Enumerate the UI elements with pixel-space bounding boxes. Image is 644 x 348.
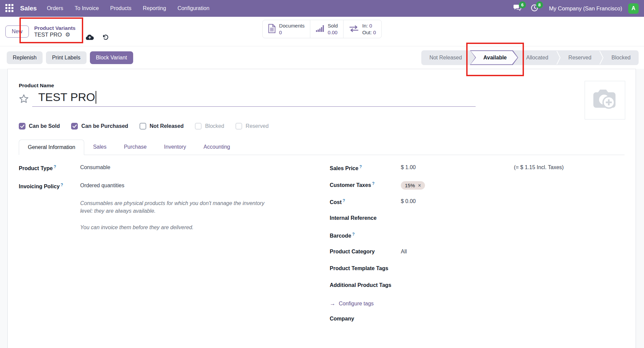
invoicing-policy-value[interactable]: Ordered quantities — [80, 183, 124, 189]
sales-price-value[interactable]: $ 1.00 — [401, 164, 514, 170]
menu-orders[interactable]: Orders — [47, 5, 63, 11]
top-navbar: Sales Orders To Invoice Products Reporti… — [0, 0, 644, 17]
activities-menu[interactable]: 8 — [527, 2, 542, 15]
tab-purchase[interactable]: Purchase — [115, 140, 155, 155]
gear-icon[interactable]: ⚙ — [65, 32, 70, 38]
main-menu: Orders To Invoice Products Reporting Con… — [47, 5, 210, 11]
in-label: In: — [362, 23, 368, 29]
sold-value: 0.00 — [328, 29, 338, 36]
status-not-released[interactable]: Not Released — [421, 50, 470, 65]
moves-smart-button[interactable]: In: 0 Out: 0 — [343, 20, 381, 38]
documents-smart-button[interactable]: Documents 0 — [263, 20, 310, 38]
menu-configuration[interactable]: Configuration — [177, 5, 209, 11]
help-tooltip-icon[interactable]: ? — [343, 198, 345, 203]
new-button[interactable]: New — [5, 26, 29, 38]
consumable-help-text: Consumables are physical products for wh… — [80, 199, 269, 215]
content-area: Product Name TEST PRO Can be Sold — [0, 69, 644, 348]
checkbox-can-be-sold[interactable]: Can be Sold — [19, 123, 60, 130]
help-tooltip-icon[interactable]: ? — [372, 181, 374, 186]
camera-plus-icon — [591, 88, 620, 113]
product-type-value[interactable]: Consumable — [80, 164, 110, 170]
product-name-label: Product Name — [19, 83, 625, 89]
general-information-panel: Product Type? Consumable Invoicing Polic… — [19, 164, 625, 333]
smart-buttons: Documents 0 Sold 0.00 In: 0 — [262, 20, 382, 38]
in-value: 0 — [369, 23, 372, 29]
barcode-label: Barcode? — [330, 232, 401, 239]
cost-value[interactable]: $ 0.00 — [401, 198, 416, 204]
status-bar: Not Released Available Allocated Reserve… — [421, 50, 639, 65]
unchecked-checkbox-icon — [140, 123, 146, 130]
product-category-label: Product Category — [330, 249, 401, 255]
chevron-separator-icon — [599, 50, 603, 65]
checkbox-blocked: Blocked — [195, 123, 224, 130]
discard-undo-icon[interactable] — [102, 34, 109, 41]
action-row: Replenish Print Labels Block Variant Not… — [0, 46, 644, 69]
menu-reporting[interactable]: Reporting — [143, 5, 166, 11]
status-blocked[interactable]: Blocked — [603, 50, 639, 65]
option-checkboxes: Can be Sold Can be Purchased Not Release… — [19, 123, 625, 130]
out-label: Out: — [362, 30, 372, 35]
messages-menu[interactable]: 6 — [510, 2, 525, 15]
tax-tag[interactable]: 15% × — [401, 181, 425, 190]
cost-label: Cost? — [330, 198, 401, 205]
product-category-value[interactable]: All — [401, 249, 407, 255]
tab-inventory[interactable]: Inventory — [155, 140, 195, 155]
checkbox-can-be-purchased[interactable]: Can be Purchased — [71, 123, 128, 130]
apps-grid-icon[interactable] — [5, 4, 14, 13]
additional-product-tags-label: Additional Product Tags — [330, 282, 401, 288]
menu-products[interactable]: Products — [110, 5, 131, 11]
app-name-sales[interactable]: Sales — [20, 5, 37, 12]
product-name-input[interactable]: TEST PRO — [32, 91, 476, 107]
text-cursor — [96, 91, 96, 104]
disabled-checkbox-icon — [195, 123, 202, 130]
help-tooltip-icon[interactable]: ? — [352, 232, 355, 237]
help-tooltip-icon[interactable]: ? — [54, 164, 56, 169]
help-tooltip-icon[interactable]: ? — [359, 164, 362, 169]
user-avatar[interactable]: A — [628, 3, 639, 14]
print-labels-button[interactable]: Print Labels — [46, 51, 87, 64]
product-type-label: Product Type? — [19, 164, 80, 171]
save-cloud-icon[interactable] — [86, 34, 94, 41]
documents-count: 0 — [279, 29, 305, 36]
help-tooltip-icon[interactable]: ? — [61, 183, 63, 187]
documents-label: Documents — [279, 22, 305, 29]
remove-tag-icon[interactable]: × — [418, 183, 421, 188]
odoo-app-window: Sales Orders To Invoice Products Reporti… — [0, 0, 644, 348]
navbar-systray: 6 8 My Company (San Francisco) A — [510, 2, 639, 15]
out-value: 0 — [373, 30, 376, 35]
breadcrumb: Product Variants TEST PRO ⚙ — [34, 25, 75, 38]
internal-reference-label: Internal Reference — [330, 215, 401, 221]
product-form-sheet: Product Name TEST PRO Can be Sold — [7, 69, 636, 348]
messages-badge: 6 — [519, 1, 526, 8]
tab-general-information[interactable]: General Information — [19, 140, 84, 155]
customer-taxes-label: Customer Taxes? — [330, 181, 401, 188]
invoice-help-text: You can invoice them before they are del… — [80, 223, 316, 231]
favorite-star-icon[interactable] — [19, 94, 29, 104]
bar-chart-icon — [316, 24, 324, 34]
invoicing-policy-label: Invoicing Policy? — [19, 183, 80, 190]
disabled-checkbox-icon — [235, 123, 242, 130]
arrow-right-icon: → — [330, 300, 335, 307]
replenish-button[interactable]: Replenish — [7, 51, 43, 64]
tab-accounting[interactable]: Accounting — [195, 140, 239, 155]
product-image-upload[interactable] — [585, 81, 625, 119]
breadcrumb-product-variants[interactable]: Product Variants — [34, 25, 75, 31]
tax-tag-value: 15% — [405, 183, 415, 188]
control-panel: New Product Variants TEST PRO ⚙ Docum — [0, 17, 644, 46]
status-available-active[interactable]: Available — [470, 50, 518, 65]
status-allocated[interactable]: Allocated — [518, 50, 556, 65]
menu-to-invoice[interactable]: To Invoice — [75, 5, 99, 11]
product-template-tags-label: Product Template Tags — [330, 265, 401, 271]
checked-checkbox-icon — [71, 123, 78, 130]
tab-sales[interactable]: Sales — [84, 140, 115, 155]
sold-label: Sold — [328, 22, 338, 29]
company-switcher[interactable]: My Company (San Francisco) — [549, 5, 622, 12]
checkbox-not-released[interactable]: Not Released — [140, 123, 183, 130]
transfer-arrows-icon — [349, 24, 359, 34]
block-variant-button[interactable]: Block Variant — [90, 51, 133, 64]
breadcrumb-current-record: TEST PRO — [34, 32, 62, 38]
activities-badge: 8 — [536, 1, 543, 8]
status-reserved[interactable]: Reserved — [560, 50, 599, 65]
sold-smart-button[interactable]: Sold 0.00 — [310, 20, 343, 38]
configure-tags-link[interactable]: → Configure tags — [330, 300, 625, 307]
